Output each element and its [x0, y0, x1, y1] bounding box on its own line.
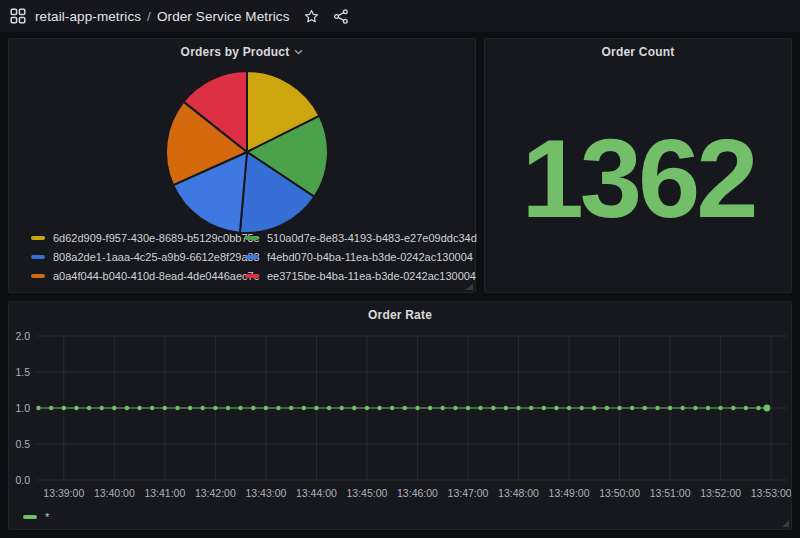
data-point [605, 406, 609, 410]
data-point [327, 406, 331, 410]
data-point [580, 406, 584, 410]
data-point [731, 406, 735, 410]
order-count-value: 1362 [521, 123, 754, 235]
data-point [693, 406, 697, 410]
x-tick-label: 13:45:00 [347, 487, 388, 499]
panel-title-orders-by-product[interactable]: Orders by Product [9, 39, 475, 65]
data-point [441, 406, 445, 410]
data-point [668, 406, 672, 410]
legend-swatch [31, 274, 45, 278]
x-tick-label: 13:50:00 [599, 487, 640, 499]
legend-label: ee3715be-b4ba-11ea-b3de-0242ac130004 [267, 270, 476, 282]
legend-swatch [31, 255, 45, 259]
y-tick-label: 2.0 [15, 330, 30, 342]
x-tick-label: 13:44:00 [296, 487, 337, 499]
data-point [365, 406, 369, 410]
data-point [49, 406, 53, 410]
legend-swatch [245, 255, 259, 259]
legend-swatch [31, 236, 45, 240]
x-tick-label: 13:46:00 [397, 487, 438, 499]
chevron-down-icon [294, 49, 303, 55]
data-point [453, 406, 457, 410]
data-point [36, 406, 40, 410]
legend-label: 808a2de1-1aaa-4c25-a9b9-6612e8f29a38 [53, 251, 260, 263]
data-point [213, 406, 217, 410]
data-point [415, 406, 419, 410]
pie-legend-item[interactable]: 510a0d7e-8e83-4193-b483-e27e09ddc34d [245, 232, 477, 244]
breadcrumb: retail-app-metrics / Order Service Metri… [35, 9, 290, 24]
pie-legend-item[interactable]: ee3715be-b4ba-11ea-b3de-0242ac130004 [245, 270, 477, 282]
data-point [466, 406, 470, 410]
time-series-chart[interactable]: 0.00.51.01.52.013:39:0013:40:0013:41:001… [9, 328, 791, 510]
breadcrumb-folder[interactable]: retail-app-metrics [35, 9, 141, 24]
data-point [403, 406, 407, 410]
data-point [655, 406, 659, 410]
data-point [112, 406, 116, 410]
data-point [478, 406, 482, 410]
panel-order-count: Order Count 1362 [484, 38, 792, 293]
legend-label: a0a4f044-b040-410d-8ead-4de0446aec7e [53, 270, 260, 282]
data-point [251, 406, 255, 410]
pie-legend-item[interactable]: 808a2de1-1aaa-4c25-a9b9-6612e8f29a38 [31, 251, 245, 263]
data-point [516, 406, 520, 410]
x-tick-label: 13:40:00 [94, 487, 135, 499]
panel-resize-handle[interactable] [466, 283, 473, 290]
dashboard-grid-icon[interactable] [10, 8, 26, 24]
breadcrumb-dashboard-title[interactable]: Order Service Metrics [157, 9, 290, 24]
panel-order-rate: Order Rate 0.00.51.01.52.013:39:0013:40:… [8, 301, 792, 530]
pie-chart[interactable] [9, 65, 475, 239]
star-icon[interactable] [304, 9, 319, 24]
pie-legend-item[interactable]: 6d62d909-f957-430e-8689-b5129c0bb75e [31, 232, 245, 244]
legend-label: 510a0d7e-8e83-4193-b483-e27e09ddc34d [267, 232, 477, 244]
pie-legend-item[interactable]: a0a4f044-b040-410d-8ead-4de0446aec7e [31, 270, 245, 282]
data-point [377, 406, 381, 410]
data-point [137, 406, 141, 410]
x-tick-label: 13:52:00 [700, 487, 741, 499]
data-point [491, 406, 495, 410]
data-point [542, 406, 546, 410]
data-point [201, 406, 205, 410]
legend-label: f4ebd070-b4ba-11ea-b3de-0242ac130004 [267, 251, 473, 263]
data-point [289, 406, 293, 410]
data-point [125, 406, 129, 410]
data-point [314, 406, 318, 410]
pie-legend: 6d62d909-f957-430e-8689-b5129c0bb75e510a… [31, 228, 477, 285]
panel-title-order-rate[interactable]: Order Rate [9, 302, 791, 328]
data-point [718, 406, 722, 410]
x-tick-label: 13:53:00 [751, 487, 791, 499]
dashboard-topbar: retail-app-metrics / Order Service Metri… [0, 0, 800, 32]
panel-resize-handle[interactable] [782, 520, 789, 527]
data-point [175, 406, 179, 410]
data-point [706, 406, 710, 410]
y-tick-label: 0.0 [15, 474, 30, 486]
x-tick-label: 13:39:00 [43, 487, 84, 499]
legend-swatch [245, 274, 259, 278]
x-tick-label: 13:51:00 [650, 487, 691, 499]
data-point [504, 406, 508, 410]
y-tick-label: 1.0 [15, 402, 30, 414]
data-point [567, 406, 571, 410]
data-point [764, 405, 771, 412]
share-icon[interactable] [333, 9, 349, 24]
x-tick-label: 13:47:00 [448, 487, 489, 499]
data-point [74, 406, 78, 410]
panel-title-text: Order Count [602, 45, 675, 59]
legend-label: * [45, 511, 49, 523]
stat-value-container: 1362 [485, 65, 791, 292]
pie-legend-item[interactable]: f4ebd070-b4ba-11ea-b3de-0242ac130004 [245, 251, 477, 263]
panel-title-text: Orders by Product [181, 45, 290, 59]
x-tick-label: 13:43:00 [245, 487, 286, 499]
data-point [390, 406, 394, 410]
data-point [428, 406, 432, 410]
x-tick-label: 13:49:00 [549, 487, 590, 499]
breadcrumb-separator: / [147, 9, 151, 24]
series-legend-item[interactable]: * [23, 511, 49, 523]
data-point [554, 406, 558, 410]
panel-title-order-count[interactable]: Order Count [485, 39, 791, 65]
data-point [643, 406, 647, 410]
x-tick-label: 13:41:00 [144, 487, 185, 499]
data-point [62, 406, 66, 410]
data-point [264, 406, 268, 410]
y-tick-label: 0.5 [15, 438, 30, 450]
data-point [150, 406, 154, 410]
